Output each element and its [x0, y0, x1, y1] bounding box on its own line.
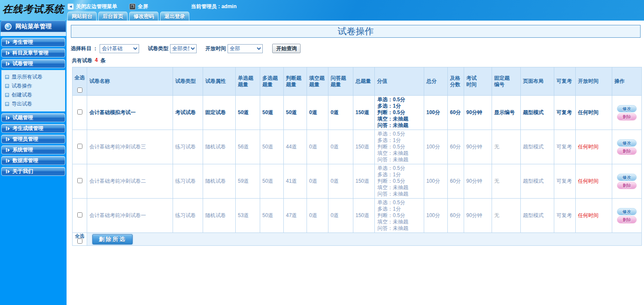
paper-type-cell: 练习试卷 [173, 164, 203, 199]
subject-select[interactable]: 会计基础 [100, 44, 139, 53]
table-row: 会计基础考前冲刺试卷一 练习试卷 随机试卷 53道 50道 47道 0道 0道 … [73, 199, 642, 233]
search-button[interactable]: 开始查询 [272, 44, 301, 53]
fixed-number-cell: 显示编号 [492, 96, 521, 130]
sidebar-item-subject-chapter-management[interactable]: 科目及章节管理 [1, 48, 65, 57]
bullet-square-icon [5, 102, 9, 106]
tab-logout[interactable]: 退出登录 [160, 12, 189, 21]
submenu-export-paper[interactable]: 导出试卷 [2, 100, 65, 109]
sidebar-item-system-management[interactable]: 系统管理 [1, 145, 65, 154]
paper-name-cell: 会计基础考前冲刺试卷三 [87, 130, 173, 164]
table-row: 会计基础模拟考试一 考试试卷 固定试卷 50道 50道 50道 0道 0道 15… [73, 96, 642, 130]
delete-button[interactable]: 删除 [617, 148, 637, 155]
play-icon [6, 169, 10, 173]
tab-change-password[interactable]: 修改密码 [129, 12, 158, 21]
actions-cell: 修改 删除 [612, 164, 642, 199]
page-layout-cell: 题型模式 [521, 130, 554, 164]
play-icon [6, 137, 10, 141]
edit-button[interactable]: 修改 [617, 105, 637, 112]
judge-count-cell: 44道 [284, 130, 307, 164]
row-checkbox[interactable] [77, 178, 82, 183]
sidebar-header-label: 网站菜单管理 [15, 23, 52, 30]
col-qa-count: 问答题 题量 [328, 67, 353, 96]
sidebar-item-score-management[interactable]: 考生成绩管理 [1, 124, 65, 133]
sidebar-item-question-management[interactable]: 试题管理 [1, 113, 65, 122]
table-header-row: 全选 试卷名称 试卷类型 试卷属性 单选题 题量 多选题 题量 判断题 题量 填… [73, 67, 642, 96]
tab-site-front[interactable]: 网站前台 [67, 12, 97, 21]
topbar: 在线考试系统 ◄ 关闭左边管理菜单 ❐ 全屏 当前管理员 : admin 网站前… [0, 0, 644, 21]
row-select-cell [73, 199, 87, 233]
paper-type-cell: 练习试卷 [173, 130, 203, 164]
submenu-show-all-papers[interactable]: 显示所有试卷 [2, 72, 65, 82]
fullscreen-button[interactable]: ❐ 全屏 [129, 3, 148, 10]
multi-count-cell: 50道 [260, 164, 284, 199]
judge-count-cell: 41道 [284, 164, 307, 199]
sidebar-item-database-management[interactable]: 数据库管理 [1, 156, 65, 165]
total-count-cell: 150道 [353, 130, 375, 164]
single-count-cell: 56道 [236, 130, 260, 164]
paper-type-select[interactable]: 全部类型 [170, 44, 197, 53]
row-checkbox[interactable] [77, 144, 82, 149]
play-icon [6, 51, 10, 55]
submenu-paper-operations[interactable]: 试卷操作 [2, 82, 65, 91]
pass-score-cell: 60分 [448, 164, 464, 199]
multi-count-cell: 50道 [260, 199, 284, 233]
total-score-cell: 100分 [424, 96, 448, 130]
row-checkbox[interactable] [77, 212, 82, 217]
paper-type-filter-label: 试卷类型 [148, 45, 168, 52]
sidebar-item-admin-management[interactable]: 管理员管理 [1, 135, 65, 144]
paper-type-cell: 考试试卷 [173, 96, 203, 130]
paper-name-cell: 会计基础模拟考试一 [87, 96, 173, 130]
pass-score-cell: 60分 [448, 130, 464, 164]
open-time-cell: 任何时间 [576, 164, 612, 199]
open-time-cell: 任何时间 [576, 130, 612, 164]
actions-cell: 修改 删除 [612, 199, 642, 233]
select-all-checkbox[interactable] [77, 88, 82, 93]
paper-name-cell: 会计基础考前冲刺试卷一 [87, 199, 173, 233]
paper-name-cell: 会计基础考前冲刺试卷二 [87, 164, 173, 199]
qa-count-cell: 0道 [328, 130, 353, 164]
single-count-cell: 53道 [236, 199, 260, 233]
footer-select-all-checkbox[interactable] [77, 239, 82, 244]
main-content: 试卷操作 选择科目 ： 会计基础 试卷类型 全部类型 开放时间 全部 开始查询 … [67, 21, 644, 305]
footer-actions-cell: 删除所选 [87, 233, 642, 246]
col-judge-count: 判断题 题量 [284, 67, 307, 96]
fixed-number-cell: 无 [492, 164, 521, 199]
col-exam-time: 考试 时间 [464, 67, 492, 96]
total-score-cell: 100分 [424, 164, 448, 199]
sidebar-item-examinee-management[interactable]: 考生管理 [1, 38, 65, 47]
open-time-select[interactable]: 全部 [228, 44, 263, 53]
open-time-cell: 任何时间 [576, 96, 612, 130]
open-time-cell: 任何时间 [576, 199, 612, 233]
col-open-time: 开放时间 [576, 67, 612, 96]
subject-filter-label: 选择科目 ： [71, 45, 98, 52]
delete-selected-button[interactable]: 删除所选 [92, 234, 133, 245]
table-row: 会计基础考前冲刺试卷二 练习试卷 随机试卷 59道 50道 41道 0道 0道 … [73, 164, 642, 199]
sidebar: 网站菜单管理 考生管理 科目及章节管理 试卷管理 显示所有试卷 试卷操作 创建试… [0, 21, 67, 305]
delete-button[interactable]: 删除 [617, 216, 637, 223]
edit-button[interactable]: 修改 [617, 208, 637, 215]
retake-cell: 可复考 [554, 130, 576, 164]
pass-score-cell: 60分 [448, 199, 464, 233]
col-paper-name: 试卷名称 [87, 67, 173, 96]
blank-count-cell: 0道 [307, 130, 328, 164]
row-checkbox[interactable] [77, 109, 82, 115]
fullscreen-label: 全屏 [138, 3, 148, 10]
multi-count-cell: 50道 [260, 130, 284, 164]
sidebar-item-paper-management[interactable]: 试卷管理 [1, 59, 65, 68]
submenu-create-paper[interactable]: 创建试卷 [2, 91, 65, 100]
tab-admin-home[interactable]: 后台首页 [98, 12, 128, 21]
judge-count-cell: 47道 [284, 199, 307, 233]
sidebar-item-about-us[interactable]: 关于我们 [1, 167, 65, 176]
play-icon [6, 148, 10, 152]
col-pass-score: 及格 分数 [448, 67, 464, 96]
play-icon [6, 159, 10, 163]
total-score-cell: 100分 [424, 199, 448, 233]
delete-button[interactable]: 删除 [617, 182, 637, 189]
close-left-menu-button[interactable]: ◄ 关闭左边管理菜单 [67, 3, 117, 10]
col-actions: 操作 [612, 67, 642, 96]
edit-button[interactable]: 修改 [617, 139, 637, 147]
edit-button[interactable]: 修改 [617, 174, 637, 181]
top-nav-tabs: 网站前台 后台首页 修改密码 退出登录 [67, 12, 189, 21]
judge-count-cell: 50道 [284, 96, 307, 130]
delete-button[interactable]: 删除 [617, 113, 637, 121]
